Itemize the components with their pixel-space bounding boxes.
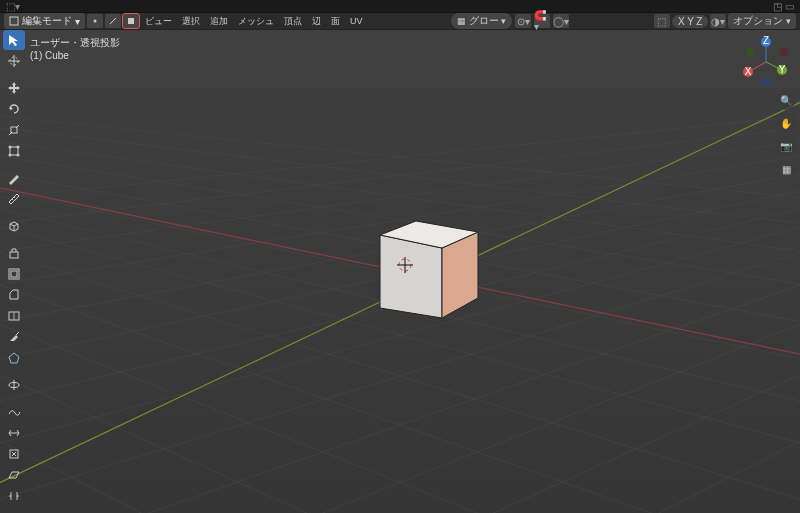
- tool-rip[interactable]: [3, 486, 25, 506]
- window-tabs-bar: ⬚▾ ◳ ▭: [0, 0, 800, 13]
- chevron-down-icon: ▾: [75, 16, 80, 27]
- zoom-icon[interactable]: 🔍: [776, 90, 796, 110]
- nav-gizmo[interactable]: X Y Z: [740, 36, 792, 88]
- select-mode-edge[interactable]: [105, 14, 121, 28]
- svg-point-44: [746, 48, 754, 56]
- snap-icon[interactable]: 🧲▾: [534, 14, 550, 28]
- svg-point-56: [9, 146, 12, 149]
- viewport-header: 編集モード ▾ ビュー 選択 追加 メッシュ 頂点 辺 面 UV ▦ グロー ▾…: [0, 13, 800, 30]
- menu-select[interactable]: 選択: [178, 14, 204, 29]
- mesh-display-icon[interactable]: ⬚: [654, 14, 670, 28]
- viewport-grid: [0, 30, 800, 513]
- tool-bevel[interactable]: [3, 285, 25, 305]
- menu-face[interactable]: 面: [327, 14, 344, 29]
- editor-type-icon[interactable]: ⬚▾: [6, 1, 20, 12]
- svg-line-2: [110, 18, 116, 24]
- proportional-icon[interactable]: ◯▾: [553, 14, 569, 28]
- select-mode-face[interactable]: [123, 14, 139, 28]
- svg-rect-64: [11, 271, 17, 277]
- svg-text:Z: Z: [763, 36, 769, 46]
- svg-point-45: [762, 78, 770, 86]
- tool-cursor[interactable]: [3, 51, 25, 71]
- svg-text:X: X: [745, 66, 752, 77]
- tool-shrink[interactable]: [3, 444, 25, 464]
- menu-vertex[interactable]: 頂点: [280, 14, 306, 29]
- tool-edge-slide[interactable]: [3, 423, 25, 443]
- tool-knife[interactable]: [3, 327, 25, 347]
- tool-annotate[interactable]: [3, 168, 25, 188]
- svg-line-60: [12, 199, 13, 200]
- scene-icon[interactable]: ◳: [773, 1, 782, 12]
- svg-point-1: [94, 20, 97, 23]
- layer-icon[interactable]: ▭: [785, 1, 794, 12]
- tool-shear[interactable]: [3, 465, 25, 485]
- svg-marker-68: [9, 353, 19, 363]
- svg-text:Y: Y: [779, 64, 786, 75]
- tool-add-cube[interactable]: [3, 216, 25, 236]
- svg-point-59: [17, 154, 20, 157]
- svg-line-61: [14, 197, 15, 198]
- toolbar: [3, 30, 25, 506]
- tool-scale[interactable]: [3, 120, 25, 140]
- perspective-icon[interactable]: ▦: [776, 159, 796, 179]
- tool-select-box[interactable]: [3, 30, 25, 50]
- viewport-overlay-text: ユーザー・透視投影 (1) Cube: [30, 36, 120, 62]
- overlay-toggle-icon[interactable]: ◑▾: [710, 14, 726, 28]
- pan-icon[interactable]: ✋: [776, 113, 796, 133]
- select-mode-vertex[interactable]: [87, 14, 103, 28]
- menu-mesh[interactable]: メッシュ: [234, 14, 278, 29]
- edit-mode-icon: [9, 16, 19, 26]
- svg-marker-31: [380, 235, 442, 318]
- tool-rotate[interactable]: [3, 99, 25, 119]
- tool-transform[interactable]: [3, 141, 25, 161]
- tool-spin[interactable]: [3, 375, 25, 395]
- 3d-viewport[interactable]: ユーザー・透視投影 (1) Cube X Y Z 🔍 ✋ 📷 ▦: [0, 30, 800, 513]
- mode-dropdown[interactable]: 編集モード ▾: [4, 13, 85, 29]
- tool-loopcut[interactable]: [3, 306, 25, 326]
- active-object-label: (1) Cube: [30, 49, 120, 62]
- svg-rect-62: [10, 252, 18, 258]
- options-dropdown[interactable]: オプション ▾: [728, 13, 796, 29]
- svg-rect-0: [10, 17, 18, 25]
- tool-polybuild[interactable]: [3, 348, 25, 368]
- svg-rect-3: [128, 18, 134, 24]
- menu-uv[interactable]: UV: [346, 15, 367, 27]
- cube-object[interactable]: [380, 221, 478, 318]
- pivot-icon[interactable]: ⊙▾: [515, 14, 531, 28]
- view-perspective-label: ユーザー・透視投影: [30, 36, 120, 49]
- menu-view[interactable]: ビュー: [141, 14, 176, 29]
- svg-point-57: [17, 146, 20, 149]
- tool-measure[interactable]: [3, 189, 25, 209]
- svg-point-43: [780, 48, 788, 56]
- svg-point-58: [9, 154, 12, 157]
- menu-add[interactable]: 追加: [206, 14, 232, 29]
- tool-smooth[interactable]: [3, 402, 25, 422]
- tool-inset[interactable]: [3, 264, 25, 284]
- menu-edge[interactable]: 辺: [308, 14, 325, 29]
- svg-line-67: [16, 332, 19, 335]
- transform-orientation[interactable]: ▦ グロー ▾: [451, 13, 512, 29]
- viewport-nav-buttons: 🔍 ✋ 📷 ▦: [776, 90, 796, 179]
- gizmo-axes[interactable]: X Y Z: [672, 15, 708, 28]
- mode-label: 編集モード: [22, 14, 72, 28]
- tool-extrude[interactable]: [3, 243, 25, 263]
- camera-icon[interactable]: 📷: [776, 136, 796, 156]
- svg-rect-55: [10, 147, 18, 155]
- tool-move[interactable]: [3, 78, 25, 98]
